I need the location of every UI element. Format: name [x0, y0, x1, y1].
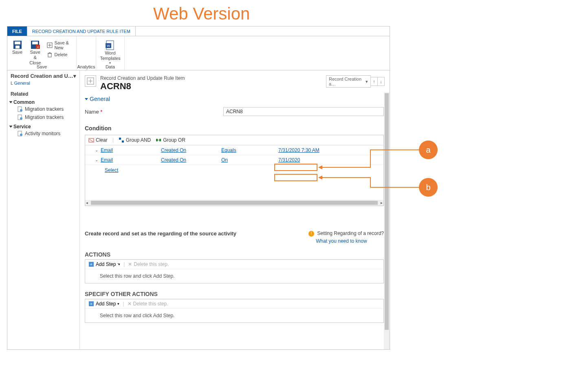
nav-item-activity[interactable]: Activity monitors [10, 129, 77, 138]
group-and-label: Group AND [126, 137, 151, 143]
scroll-left-icon[interactable]: ◂ [86, 201, 88, 205]
svg-rect-1 [15, 42, 20, 44]
section-general[interactable]: General [85, 96, 384, 102]
clear-button[interactable]: Clear [88, 137, 108, 143]
chevron-down-icon: ▾ [117, 302, 119, 306]
page-title: ACRN8 [100, 81, 185, 92]
nav-title-text: Record Creation and U… [11, 73, 73, 79]
save-label: Save [12, 50, 22, 55]
annotation-connector-a [370, 149, 420, 150]
scroll-right-icon[interactable]: ▸ [381, 201, 383, 205]
save-new-label: Save & New [54, 40, 74, 50]
save-button[interactable]: Save [9, 39, 26, 56]
tab-file[interactable]: FILE [7, 26, 27, 36]
clear-label: Clear [96, 137, 108, 143]
svg-text:W: W [107, 44, 110, 48]
nav-up-button[interactable]: ↑ [370, 77, 378, 86]
annotation-connector-b [370, 187, 420, 188]
add-step-label: Add Step [96, 261, 116, 267]
close-icon: ✕ [128, 301, 132, 307]
condition-operator-link[interactable]: On [221, 157, 228, 163]
nav-item-migration-1[interactable]: Migration trackers [10, 105, 77, 113]
nav-activity-label: Activity monitors [25, 131, 60, 136]
clear-icon [88, 137, 94, 143]
add-step-button[interactable]: + Add Step '▾ [88, 261, 120, 267]
condition-operator-link[interactable]: Equals [221, 147, 236, 153]
condition-select-link[interactable]: Select [105, 167, 118, 173]
annotation-arrow-b [318, 176, 322, 180]
info-icon: ! [308, 231, 314, 237]
delete-button[interactable]: Delete [44, 51, 76, 58]
group-or-icon [156, 137, 161, 143]
save-close-button[interactable]: × Save & Close [26, 39, 44, 67]
svg-point-21 [20, 134, 22, 136]
group-or-button[interactable]: Group OR [156, 137, 185, 143]
svg-rect-4 [32, 42, 38, 44]
condition-value-link[interactable]: 7/31/2020 [278, 157, 300, 163]
condition-field-link[interactable]: Created On [161, 157, 186, 163]
name-label: Name * [85, 109, 223, 115]
ribbon: Save × Save & Close Save & New Delete [7, 36, 390, 70]
nav-group-service[interactable]: Service [10, 124, 77, 129]
nav-related-heading: Related [10, 91, 77, 97]
form-scroll-area: General Name * Condition Clear | [85, 92, 390, 349]
nav-title[interactable]: Record Creation and U… ▾ [10, 72, 77, 80]
delete-step-button: ✕ Delete this step. [128, 261, 169, 267]
word-templates-button[interactable]: W Word Templates ▾ [97, 39, 123, 66]
nav-service-label: Service [13, 124, 31, 129]
horizontal-scrollbar[interactable]: ◂ ▸ [85, 200, 383, 206]
condition-field-link[interactable]: Created On [161, 147, 186, 153]
ribbon-group-data: Data [96, 64, 124, 70]
save-close-icon: × [30, 40, 40, 50]
save-new-button[interactable]: Save & New [44, 40, 76, 50]
add-step-label: Add Step [96, 301, 116, 307]
tab-rule-item[interactable]: RECORD CREATION AND UPDATE RULE ITEM [27, 26, 136, 36]
svg-text:+: + [90, 262, 92, 267]
toolbar-divider: | [123, 301, 124, 307]
actions-placeholder[interactable]: Select this row and click Add Step. [85, 269, 383, 283]
specify-actions-box: + Add Step ▾ | ✕ Delete this step. Selec… [85, 299, 384, 323]
left-nav: Record Creation and U… ▾ L General Relat… [7, 70, 80, 349]
close-icon: ✕ [128, 261, 132, 267]
nav-group-common[interactable]: Common [10, 99, 77, 105]
annotation-arrow-a [318, 165, 322, 169]
toolbar-divider: | [123, 261, 125, 267]
chevron-down-icon[interactable]: ⌄ [95, 158, 98, 162]
main-panel: Record Creation and Update Rule Item ACR… [80, 70, 390, 349]
condition-select-row[interactable]: Select [85, 165, 383, 176]
annotation-connector-b [370, 177, 371, 187]
condition-row[interactable]: ⌄ Email Created On Equals 7/31/2020 7:30… [85, 145, 383, 155]
condition-row[interactable]: ⌄ Email Created On On 7/31/2020 [85, 155, 383, 165]
actions-box: + Add Step '▾ | ✕ Delete this step. Sele… [85, 259, 384, 283]
nav-general-link[interactable]: L General [10, 80, 77, 86]
annotation-badge-a-label: a [426, 145, 430, 155]
group-or-label: Group OR [163, 137, 185, 143]
condition-entity-link[interactable]: Email [101, 157, 113, 163]
name-input[interactable] [223, 107, 384, 116]
form-selector-label: Record Creation a… [329, 77, 366, 86]
chevron-down-icon[interactable]: ⌄ [95, 148, 98, 152]
specify-placeholder[interactable]: Select this row and click Add Step. [85, 309, 383, 323]
save-icon [13, 40, 22, 50]
info-link[interactable]: What you need to know [316, 238, 384, 244]
nav-common-label: Common [13, 99, 35, 105]
svg-rect-30 [159, 139, 161, 141]
annotation-connector-a [370, 150, 371, 168]
nav-down-button[interactable]: ↓ [377, 77, 385, 86]
svg-rect-10 [48, 53, 51, 57]
specify-heading: SPECIFY OTHER ACTIONS [85, 291, 384, 297]
ribbon-group-save: Save [7, 64, 76, 70]
scrollbar-thumb[interactable] [91, 201, 378, 205]
form-selector-dropdown[interactable]: Record Creation a… ▾ [326, 75, 371, 88]
nav-item-migration-2[interactable]: Migration trackers [10, 113, 77, 121]
chevron-down-icon: ▾ [73, 73, 76, 79]
group-and-button[interactable]: Group AND [119, 137, 151, 143]
condition-entity-link[interactable]: Email [101, 147, 113, 153]
condition-value-link[interactable]: 7/31/2020 7:30 AM [278, 147, 319, 153]
svg-text:×: × [37, 45, 39, 49]
entity-icon [85, 75, 96, 87]
ribbon-group-analytics: Analytics [77, 64, 96, 70]
trash-icon [47, 52, 53, 57]
word-icon: W [105, 40, 115, 50]
add-step-button[interactable]: + Add Step ▾ [88, 301, 119, 307]
